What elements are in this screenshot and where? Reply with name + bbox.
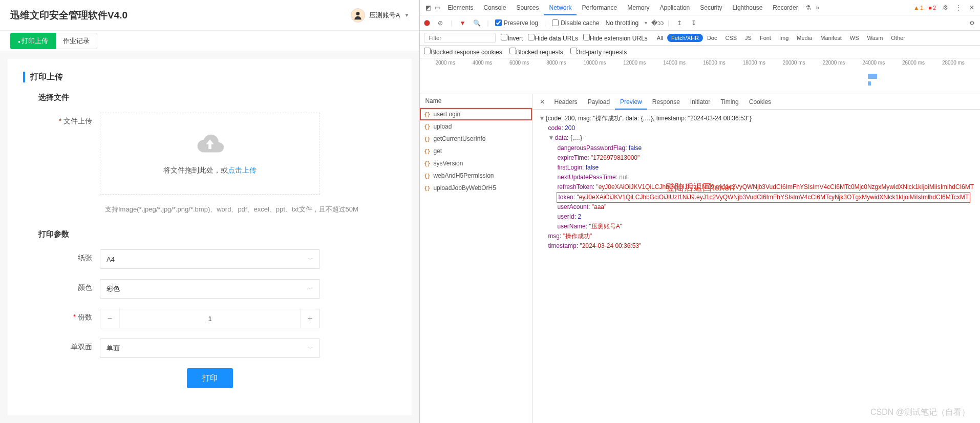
download-icon[interactable]: ↧ (690, 19, 698, 27)
record-button[interactable] (424, 20, 430, 26)
device-icon[interactable]: ▭ (433, 4, 441, 12)
print-button[interactable]: 打印 (187, 368, 233, 388)
kebab-icon[interactable]: ⋮ (954, 4, 963, 12)
upload-icon[interactable]: ↥ (675, 19, 684, 27)
response-preview[interactable]: ▼ {code: 200, msg: "操作成功", data: {,…}, t… (532, 110, 980, 423)
request-item[interactable]: upload (420, 120, 532, 133)
filter-icon[interactable]: ▼ (459, 19, 467, 27)
duplex-label: 单双面 (23, 339, 100, 352)
timeline-tick: 28000 ms (942, 60, 965, 66)
color-label: 颜色 (23, 279, 100, 292)
increment-button[interactable]: + (300, 309, 319, 328)
json-icon (424, 184, 430, 192)
type-chip-img[interactable]: Img (775, 34, 793, 42)
request-list: Name userLoginuploadgetCurrentUserInfoge… (420, 94, 532, 423)
devtools-tab-lighthouse[interactable]: Lighthouse (728, 1, 768, 14)
request-item[interactable]: getCurrentUserInfo (420, 133, 532, 145)
type-chip-all[interactable]: All (653, 34, 667, 42)
devtools-tab-elements[interactable]: Elements (442, 1, 478, 14)
timeline-tick: 8000 ms (546, 60, 566, 66)
type-chip-js[interactable]: JS (741, 34, 756, 42)
request-item[interactable]: sysVersion (420, 157, 532, 170)
paper-select[interactable]: A4 ﹀ (100, 249, 320, 269)
detail-tab-cookies[interactable]: Cookies (744, 95, 776, 109)
duplex-select[interactable]: 单面 ﹀ (100, 339, 320, 358)
request-item[interactable]: userLogin (420, 108, 532, 120)
devtools-tab-performance[interactable]: Performance (577, 1, 622, 14)
copies-label: 份数 (23, 309, 100, 322)
request-item[interactable]: webAndH5Permission (420, 170, 532, 182)
devtools-panel: ◩ ▭ ElementsConsoleSourcesNetworkPerform… (419, 0, 980, 423)
detail-tab-initiator[interactable]: Initiator (685, 95, 715, 109)
color-select[interactable]: 彩色 ﹀ (100, 279, 320, 299)
tab-print-upload[interactable]: 打印上传 (10, 33, 56, 49)
network-toolbar: ⊘ | ▼ 🔍 | Preserve log | Disable cache N… (420, 15, 980, 31)
timeline-tick: 10000 ms (583, 60, 606, 66)
devtools-tab-sources[interactable]: Sources (511, 1, 544, 14)
close-detail-button[interactable]: ✕ (537, 98, 548, 105)
upload-link[interactable]: 点击上传 (228, 166, 257, 174)
nav-tabs: 打印上传 作业记录 (0, 31, 419, 51)
chevron-down-icon: ▾ (645, 20, 647, 26)
disable-cache-check[interactable]: Disable cache (552, 19, 599, 27)
blocked-req-check[interactable]: Blocked requests (509, 48, 563, 56)
devtools-tab-recorder[interactable]: Recorder (768, 1, 803, 14)
copies-value[interactable]: 1 (120, 315, 300, 323)
token-highlight: token: "eyJ0eXAiOiJKV1QiLCJhbGciOiJIUzI1… (557, 193, 970, 202)
decrement-button[interactable]: − (100, 309, 120, 328)
type-chip-media[interactable]: Media (793, 34, 816, 42)
type-chip-css[interactable]: CSS (721, 34, 741, 42)
type-chip-manifest[interactable]: Manifest (816, 34, 846, 42)
search-icon[interactable]: 🔍 (473, 19, 481, 27)
type-chip-doc[interactable]: Doc (703, 34, 721, 42)
detail-tab-headers[interactable]: Headers (549, 95, 582, 109)
type-chip-ws[interactable]: WS (846, 34, 863, 42)
user-menu[interactable]: 压测账号A ▼ (351, 8, 410, 23)
invert-check[interactable]: Invert (501, 34, 523, 42)
filter-row-2: Blocked response cookies Blocked request… (420, 46, 980, 58)
gear-icon[interactable]: ⚙ (968, 19, 976, 27)
detail-tab-response[interactable]: Response (647, 95, 685, 109)
upload-label: 文件上传 (23, 113, 100, 126)
avatar (351, 8, 365, 23)
gear-icon[interactable]: ⚙ (941, 4, 949, 12)
close-icon[interactable]: ✕ (968, 4, 976, 12)
timeline[interactable]: 2000 ms4000 ms6000 ms8000 ms10000 ms1200… (420, 58, 980, 94)
devtools-tab-application[interactable]: Application (655, 1, 695, 14)
chevron-down-icon: ﹀ (308, 285, 313, 293)
error-badge[interactable]: 2 (928, 5, 936, 11)
hide-data-check[interactable]: Hide data URLs (528, 34, 578, 42)
app-panel: 迅维文印安全管理软件V4.0 压测账号A ▼ 打印上传 作业记录 打印上传 选择… (0, 0, 419, 423)
request-item[interactable]: get (420, 145, 532, 157)
type-chip-wasm[interactable]: Wasm (863, 34, 887, 42)
timeline-tick: 18000 ms (743, 60, 765, 66)
request-item[interactable]: uploadJobByWebOrH5 (420, 182, 532, 194)
filter-input[interactable] (424, 33, 496, 43)
tab-job-history[interactable]: 作业记录 (56, 33, 97, 49)
detail-tab-preview[interactable]: Preview (615, 95, 647, 110)
wifi-icon[interactable]: �ככ (653, 19, 662, 27)
timeline-marker (868, 74, 877, 79)
upload-dropzone[interactable]: 将文件拖到此处，或点击上传 (100, 113, 320, 195)
type-chip-other[interactable]: Other (887, 34, 909, 42)
detail-tab-payload[interactable]: Payload (583, 95, 615, 109)
more-tabs-icon[interactable]: » (814, 4, 822, 12)
inspect-icon[interactable]: ◩ (424, 4, 432, 12)
devtools-tab-console[interactable]: Console (478, 1, 511, 14)
timeline-tick: 4000 ms (473, 60, 492, 66)
preserve-log-check[interactable]: Preserve log (495, 19, 538, 27)
detail-tab-timing[interactable]: Timing (715, 95, 744, 109)
third-party-check[interactable]: 3rd-party requests (570, 48, 627, 56)
clear-icon[interactable]: ⊘ (436, 19, 444, 27)
timeline-tick: 12000 ms (623, 60, 646, 66)
type-chip-font[interactable]: Font (756, 34, 775, 42)
chevron-down-icon: ▼ (404, 12, 409, 18)
devtools-tab-memory[interactable]: Memory (622, 1, 654, 14)
blocked-cookies-check[interactable]: Blocked response cookies (424, 48, 502, 56)
devtools-tab-network[interactable]: Network (544, 1, 577, 15)
hide-ext-check[interactable]: Hide extension URLs (583, 34, 648, 42)
type-chip-fetchxhr[interactable]: Fetch/XHR (667, 34, 703, 42)
warn-badge[interactable]: 1 (913, 5, 923, 11)
throttling-select[interactable]: No throttling (606, 19, 639, 27)
devtools-tab-security[interactable]: Security (695, 1, 727, 14)
